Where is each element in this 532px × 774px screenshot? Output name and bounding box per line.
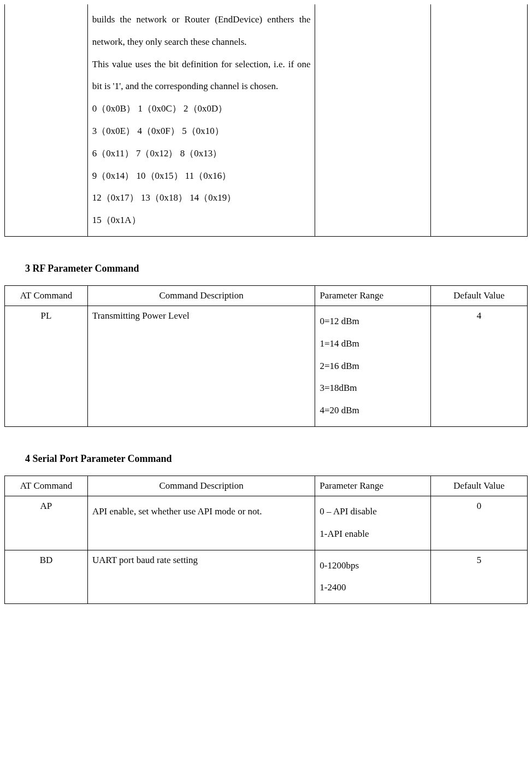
fragment-desc-line: This value uses the bit definition for s… (92, 54, 311, 98)
bit-row: 0（0x0B） 1（0x0C） 2（0x0D） (92, 98, 311, 120)
th-default-value: Default Value (431, 476, 528, 496)
fragment-desc-line: builds the network or Router (EndDevice)… (92, 9, 311, 54)
rf-param-table: AT Command Command Description Parameter… (4, 285, 528, 427)
cell-cmd: BD (5, 550, 88, 604)
th-at-command: AT Command (5, 285, 88, 306)
bit-row: 15（0x1A） (92, 209, 311, 232)
cell-desc: UART port baud rate setting (87, 550, 315, 604)
cell-range: 0-1200bps 1-2400 (315, 550, 431, 604)
range-line: 0=12 dBm (320, 310, 426, 333)
table-row: AP API enable, set whether use API mode … (5, 496, 528, 550)
range-line: 1=14 dBm (320, 333, 426, 355)
desc-text: API enable, set whether use API mode or … (92, 501, 310, 523)
range-line: 2=16 dBm (320, 355, 426, 378)
th-parameter-range: Parameter Range (315, 285, 431, 306)
cell-desc: API enable, set whether use API mode or … (87, 496, 315, 550)
fragment-default-cell (431, 4, 528, 236)
fragment-range-cell (315, 4, 431, 236)
serial-param-table: AT Command Command Description Parameter… (4, 476, 528, 604)
section-heading-4: 4 Serial Port Parameter Command (25, 453, 528, 465)
cell-default: 0 (431, 496, 528, 550)
table-header-row: AT Command Command Description Parameter… (5, 476, 528, 496)
th-at-command: AT Command (5, 476, 88, 496)
cell-desc: Transmitting Power Level (87, 306, 315, 426)
cell-range: 0=12 dBm 1=14 dBm 2=16 dBm 3=18dBm 4=20 … (315, 306, 431, 426)
bit-row: 9（0x14） 10（0x15） 11（0x16） (92, 165, 311, 187)
table-row: BD UART port baud rate setting 0-1200bps… (5, 550, 528, 604)
cell-default: 4 (431, 306, 528, 426)
th-default-value: Default Value (431, 285, 528, 306)
range-line: 4=20 dBm (320, 400, 426, 422)
fragment-table: builds the network or Router (EndDevice)… (4, 4, 528, 237)
bit-row: 3（0x0E） 4（0x0F） 5（0x10） (92, 120, 311, 143)
fragment-desc-cell: builds the network or Router (EndDevice)… (87, 4, 315, 236)
section-heading-3: 3 RF Parameter Command (25, 263, 528, 274)
range-line: 0 – API disable (320, 501, 426, 523)
table-row: builds the network or Router (EndDevice)… (5, 4, 528, 236)
table-row: PL Transmitting Power Level 0=12 dBm 1=1… (5, 306, 528, 426)
bit-row: 12（0x17） 13（0x18） 14（0x19） (92, 187, 311, 209)
th-command-description: Command Description (87, 285, 315, 306)
cell-cmd: PL (5, 306, 88, 426)
table-header-row: AT Command Command Description Parameter… (5, 285, 528, 306)
th-parameter-range: Parameter Range (315, 476, 431, 496)
range-line: 0-1200bps (320, 555, 426, 577)
range-line: 3=18dBm (320, 377, 426, 400)
bit-row: 6（0x11） 7（0x12） 8（0x13） (92, 143, 311, 165)
th-command-description: Command Description (87, 476, 315, 496)
range-line: 1-API enable (320, 523, 426, 546)
cell-range: 0 – API disable 1-API enable (315, 496, 431, 550)
cell-default: 5 (431, 550, 528, 604)
fragment-cmd-cell (5, 4, 88, 236)
range-line: 1-2400 (320, 577, 426, 599)
cell-cmd: AP (5, 496, 88, 550)
